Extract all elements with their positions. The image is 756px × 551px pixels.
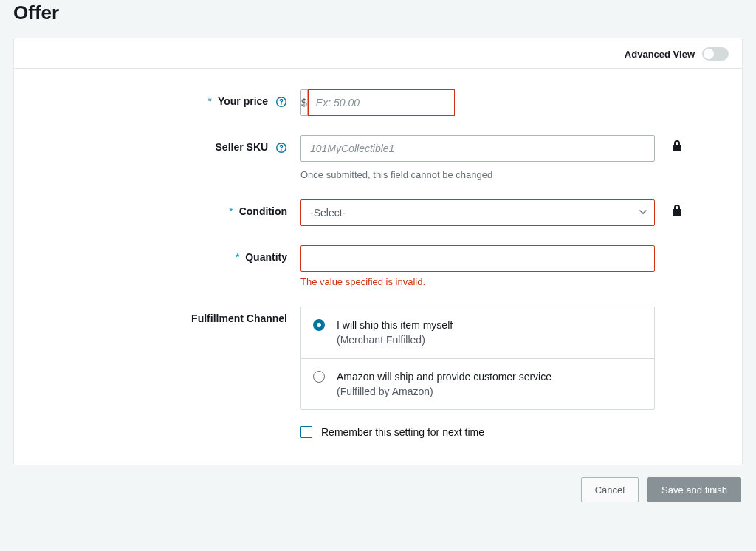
- radio-label: Amazon will ship and provide customer se…: [337, 369, 551, 384]
- price-input-group: $: [300, 89, 444, 116]
- offer-card: Advanced View * Your price $: [13, 38, 743, 465]
- row-fulfillment: Fulfillment Channel I will ship this ite…: [27, 307, 729, 438]
- row-quantity: * Quantity The value specified is invali…: [27, 245, 729, 287]
- label-text-sku: Seller SKU: [216, 141, 269, 153]
- checkbox-icon: [300, 426, 312, 438]
- radio-sublabel: (Merchant Fulfilled): [337, 332, 453, 347]
- required-marker: *: [208, 95, 212, 107]
- sku-help-text: Once submitted, this field cannot be cha…: [300, 169, 655, 180]
- currency-prefix: $: [301, 90, 308, 115]
- fulfillment-radio-group: I will ship this item myself (Merchant F…: [300, 307, 655, 410]
- save-button[interactable]: Save and finish: [647, 477, 741, 502]
- fulfillment-option-merchant[interactable]: I will ship this item myself (Merchant F…: [301, 307, 654, 359]
- label-text-fulfillment: Fulfillment Channel: [191, 312, 287, 324]
- radio-icon: [313, 371, 325, 383]
- required-marker: *: [229, 205, 233, 217]
- form-area: * Your price $ Seller SKU: [14, 69, 742, 465]
- quantity-input[interactable]: [300, 245, 655, 272]
- cancel-button[interactable]: Cancel: [581, 477, 639, 502]
- footer-actions: Cancel Save and finish: [13, 465, 743, 507]
- radio-label: I will ship this item myself: [337, 318, 453, 332]
- help-icon[interactable]: [275, 96, 287, 108]
- remember-label: Remember this setting for next time: [321, 426, 484, 438]
- advanced-view-toggle[interactable]: [702, 47, 729, 61]
- condition-select[interactable]: -Select-: [300, 199, 655, 226]
- label-condition: * Condition: [27, 199, 300, 217]
- radio-sublabel: (Fulfilled by Amazon): [337, 384, 551, 399]
- quantity-error: The value specified is invalid.: [300, 276, 655, 287]
- remember-setting-checkbox[interactable]: Remember this setting for next time: [300, 426, 655, 438]
- row-sku: Seller SKU Once submitted, this field ca…: [27, 135, 729, 180]
- label-text-condition: Condition: [239, 205, 287, 217]
- label-fulfillment: Fulfillment Channel: [27, 307, 300, 324]
- svg-point-1: [281, 103, 282, 105]
- lock-icon: [671, 204, 683, 217]
- advanced-view-label: Advanced View: [625, 49, 695, 60]
- radio-icon: [313, 319, 325, 331]
- label-sku: Seller SKU: [27, 135, 300, 154]
- row-price: * Your price $: [27, 89, 729, 116]
- required-marker: *: [236, 251, 239, 263]
- sku-input[interactable]: [300, 135, 655, 162]
- row-condition: * Condition -Select-: [27, 199, 729, 226]
- svg-point-3: [281, 149, 282, 151]
- page-title: Offer: [13, 1, 743, 24]
- label-quantity: * Quantity: [27, 245, 300, 263]
- price-input[interactable]: [308, 89, 455, 116]
- help-icon[interactable]: [275, 142, 287, 154]
- label-price: * Your price: [27, 89, 300, 108]
- label-text-quantity: Quantity: [245, 251, 287, 263]
- lock-icon: [671, 140, 683, 153]
- card-header: Advanced View: [14, 38, 742, 69]
- fulfillment-option-amazon[interactable]: Amazon will ship and provide customer se…: [301, 359, 654, 410]
- label-text-price: Your price: [218, 95, 268, 107]
